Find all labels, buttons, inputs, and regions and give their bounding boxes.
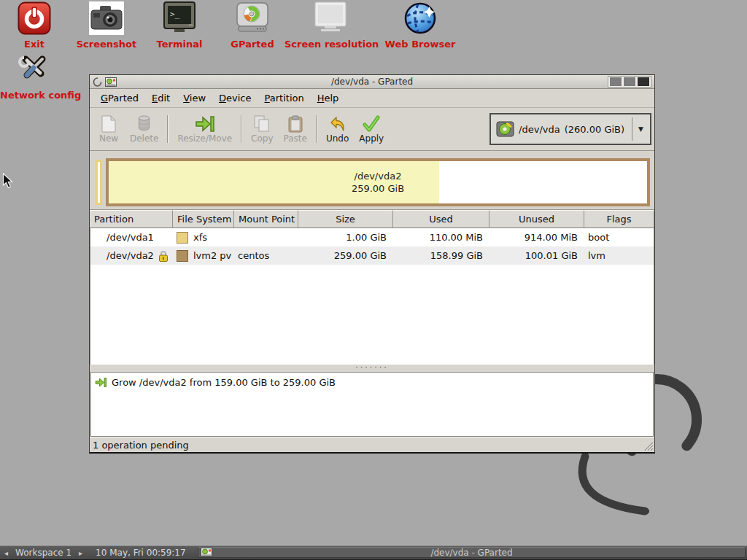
- camera-icon: [66, 1, 147, 36]
- partition-visual-vda1[interactable]: [96, 160, 102, 205]
- fs-color-chip: [177, 232, 188, 244]
- device-name: /dev/vda: [519, 124, 560, 135]
- resize-move-button[interactable]: Resize/Move: [172, 114, 237, 145]
- desktop-icon-web-browser[interactable]: Web Browser: [376, 1, 464, 50]
- monitor-icon: [285, 1, 376, 36]
- apply-icon: [362, 115, 381, 133]
- unused-value: 914.00 MiB: [490, 232, 585, 243]
- status-text: 1 operation pending: [93, 440, 189, 451]
- flags-value: lvm: [585, 250, 654, 261]
- close-button[interactable]: [638, 77, 649, 86]
- device-size: (260.00 GiB): [565, 124, 624, 135]
- partition-visual-vda2[interactable]: /dev/vda2 259.00 GiB: [106, 158, 650, 206]
- delete-button[interactable]: Delete: [125, 114, 163, 145]
- copy-icon: [254, 115, 270, 133]
- used-value: 110.00 MiB: [394, 232, 490, 243]
- toolbar-separator: [316, 115, 317, 143]
- desktop-icon-label: Web Browser: [376, 39, 464, 50]
- header-mount-point[interactable]: Mount Point: [234, 210, 298, 228]
- desktop-icon-screenshot[interactable]: Screenshot: [66, 1, 147, 50]
- used-value: 158.99 GiB: [394, 250, 490, 261]
- partition-visual-panel: /dev/vda2 259.00 GiB: [90, 151, 654, 209]
- partition-name: /dev/vda2: [107, 250, 154, 261]
- partition-bar-size: 259.00 GiB: [352, 182, 404, 195]
- desktop-icon-screen-resolution[interactable]: Screen resolution: [285, 1, 376, 50]
- menubar: GParted Edit View Device Partition Help: [90, 89, 654, 108]
- window-titlebar[interactable]: /dev/vda - GParted: [90, 75, 654, 89]
- partition-bar-label: /dev/vda2: [355, 170, 402, 182]
- menu-gparted[interactable]: GParted: [94, 90, 145, 106]
- mouse-cursor: [2, 173, 13, 189]
- table-row-vda2[interactable]: /dev/vda2 lvm2 pv centos 259.00 GiB 158.…: [90, 246, 654, 265]
- workspace-label: Workspace 1: [12, 548, 74, 558]
- toolbar: New Delete Resize/Move Copy: [90, 108, 654, 151]
- maximize-button[interactable]: [624, 77, 635, 86]
- desktop-icon-gparted[interactable]: GParted: [212, 1, 293, 50]
- resize-move-icon: [195, 115, 214, 133]
- flags-value: boot: [585, 232, 654, 243]
- workspace-next-icon[interactable]: ▸: [74, 549, 87, 557]
- minimize-button[interactable]: [610, 77, 622, 86]
- menu-partition[interactable]: Partition: [258, 90, 311, 106]
- svg-text:>_: >_: [170, 9, 180, 19]
- header-flags[interactable]: Flags: [584, 210, 654, 228]
- resize-grip[interactable]: [643, 441, 654, 451]
- window-title: /dev/vda - GParted: [90, 77, 654, 87]
- workspace-prev-icon[interactable]: ◂: [0, 549, 12, 557]
- toolbar-separator: [241, 115, 242, 143]
- apply-button[interactable]: Apply: [354, 114, 389, 145]
- header-size[interactable]: Size: [298, 210, 393, 228]
- taskbar-clock: 10 May, Fri 00:59:17: [93, 548, 189, 558]
- gparted-window: /dev/vda - GParted GParted Edit View Dev…: [89, 74, 655, 454]
- disk-gauge-icon: [212, 1, 293, 36]
- delete-partition-icon: [138, 115, 150, 133]
- globe-icon: [376, 1, 464, 36]
- chevron-down-icon: ▼: [637, 125, 645, 133]
- task-button-gparted[interactable]: /dev/vda - GParted: [198, 547, 746, 558]
- toolbar-separator: [167, 115, 169, 143]
- pending-operations-panel: Grow /dev/vda2 from 159.00 GiB to 259.00…: [90, 372, 654, 437]
- fs-label: lvm2 pv: [193, 250, 231, 261]
- lock-icon: [158, 250, 169, 262]
- fs-label: xfs: [193, 232, 207, 243]
- tools-icon: [0, 52, 69, 88]
- menu-help[interactable]: Help: [311, 90, 346, 106]
- menu-edit[interactable]: Edit: [145, 90, 177, 106]
- device-selector[interactable]: /dev/vda (260.00 GiB) ▼: [489, 113, 651, 145]
- operation-item[interactable]: Grow /dev/vda2 from 159.00 GiB to 259.00…: [95, 377, 649, 388]
- desktop-icon-network-config[interactable]: Network config: [0, 52, 69, 101]
- desktop-icon-label: Terminal: [147, 39, 212, 50]
- gparted-mini-icon: [201, 548, 212, 557]
- new-button[interactable]: New: [93, 114, 125, 145]
- undo-icon: [329, 115, 347, 133]
- header-used[interactable]: Used: [393, 210, 489, 228]
- undo-button[interactable]: Undo: [321, 114, 354, 145]
- operation-text: Grow /dev/vda2 from 159.00 GiB to 259.00…: [112, 377, 336, 388]
- window-menu-swirl-icon[interactable]: [93, 77, 102, 87]
- pane-splitter-handle[interactable]: ·······: [90, 365, 654, 372]
- header-file-system[interactable]: File System: [173, 210, 234, 228]
- desktop-icon-label: Exit: [1, 39, 67, 50]
- table-row-vda1[interactable]: /dev/vda1 xfs 1.00 GiB 110.00 MiB 914.00…: [90, 228, 654, 246]
- menu-device[interactable]: Device: [212, 90, 258, 106]
- desktop-icon-terminal[interactable]: >_ Terminal: [147, 1, 212, 50]
- header-unused[interactable]: Unused: [489, 210, 584, 228]
- paste-icon: [288, 115, 303, 133]
- grow-operation-icon: [95, 377, 107, 388]
- task-button-title: /dev/vda - GParted: [198, 548, 745, 558]
- desktop-icon-label: Screenshot: [66, 39, 147, 50]
- desktop-icon-exit[interactable]: Exit: [1, 1, 67, 50]
- table-header: Partition File System Mount Point Size U…: [90, 209, 654, 228]
- taskbar: ◂ Workspace 1 ▸ 10 May, Fri 00:59:17 ◂ ▸…: [0, 545, 747, 560]
- copy-button[interactable]: Copy: [246, 114, 278, 145]
- menu-view[interactable]: View: [177, 90, 212, 106]
- header-partition[interactable]: Partition: [90, 210, 173, 228]
- terminal-icon: >_: [147, 1, 212, 36]
- desktop-icon-label: GParted: [212, 39, 293, 50]
- power-icon: [1, 1, 67, 36]
- gparted-app-icon: [105, 77, 117, 87]
- statusbar: 1 operation pending: [90, 437, 654, 452]
- new-partition-icon: [101, 115, 116, 133]
- paste-button[interactable]: Paste: [279, 114, 312, 145]
- size-value: 1.00 GiB: [299, 232, 394, 243]
